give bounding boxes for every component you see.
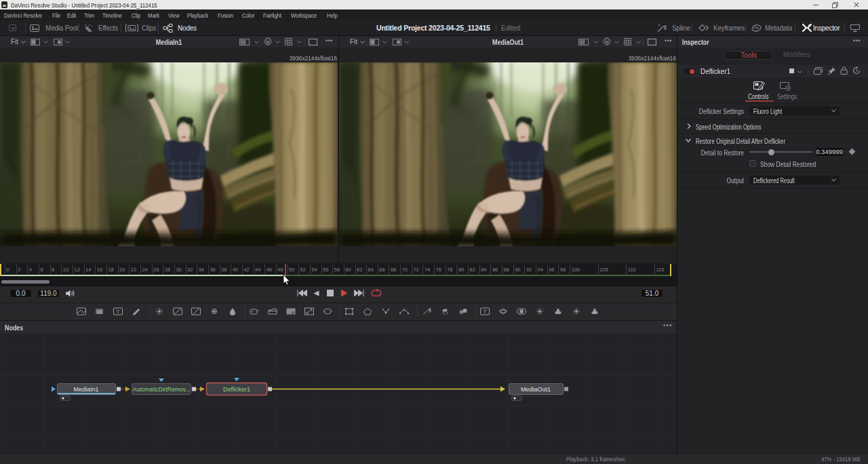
- svg-text:T: T: [484, 309, 487, 315]
- svg-text:MediaOut1: MediaOut1: [521, 386, 551, 393]
- svg-text:AutomaticDirtRemov...: AutomaticDirtRemov...: [133, 386, 190, 393]
- svg-text:Deflicker1: Deflicker1: [223, 386, 250, 393]
- svg-text:T: T: [117, 309, 120, 315]
- svg-text:MediaIn1: MediaIn1: [73, 386, 98, 393]
